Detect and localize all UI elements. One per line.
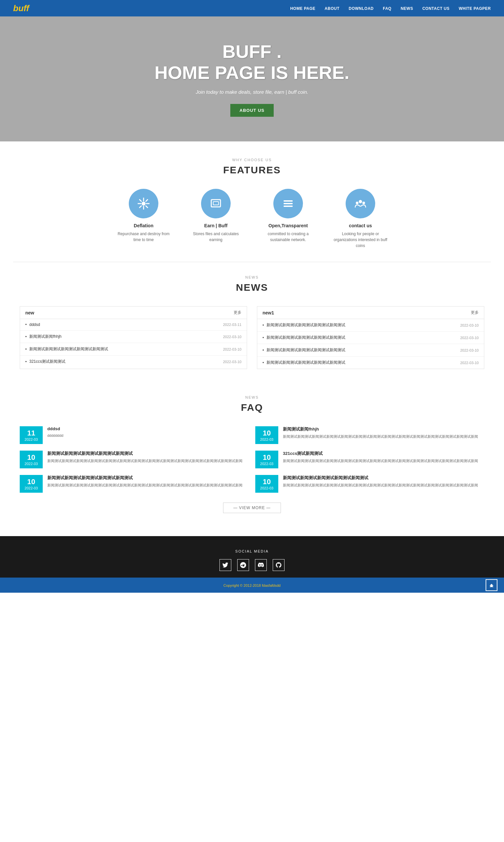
svg-point-16 <box>356 202 358 204</box>
telegram-icon[interactable] <box>237 559 249 571</box>
nav-faq[interactable]: FAQ <box>383 6 391 11</box>
faq-month-3: 2022-03 <box>259 462 274 466</box>
feature-item-transparent: Open,Transparent committed to creating a… <box>258 189 318 248</box>
faq-day-2: 10 <box>24 453 39 462</box>
faq-month-5: 2022-03 <box>259 486 274 490</box>
news-item-text: 新闻测试新闻测试新闻测试新闻测试新闻测试 <box>267 322 457 328</box>
svg-point-17 <box>362 202 365 204</box>
svg-line-8 <box>139 206 142 208</box>
news-item-text: dddsd <box>29 322 220 327</box>
svg-line-7 <box>146 199 148 202</box>
bottom-bar: Copyright © 2012-2018 fdasfafdsdd <box>0 578 504 593</box>
hero-title-line1: BUFF . <box>222 41 282 62</box>
news-item-text: 新闻测试新闻fhhjh <box>29 334 220 340</box>
faq-section: NEWS FAQ 11 2022-03 dddsd dddddddd 10 20… <box>0 382 504 536</box>
news-subtitle: NEWS <box>20 275 484 279</box>
faq-month-2: 2022-03 <box>24 462 39 466</box>
faq-item-title-1: 新闻测试新闻fhhjh <box>283 426 484 432</box>
news-col1-header: new 更多 <box>20 307 247 319</box>
faq-content-2: 新闻测试新闻测试新闻测试新闻测试新闻测试 新闻测试新闻测试新闻测试新闻测试新闻测… <box>47 451 249 464</box>
scroll-top-button[interactable] <box>486 579 498 591</box>
transparent-icon <box>273 189 303 218</box>
faq-day-1: 10 <box>259 429 274 437</box>
faq-day-5: 10 <box>259 478 274 486</box>
about-us-button[interactable]: ABOUT US <box>230 104 274 117</box>
twitter-icon[interactable] <box>219 559 231 571</box>
faq-day-3: 10 <box>259 453 274 462</box>
faq-date-box-3: 10 2022-03 <box>255 451 278 468</box>
copyright-text: Copyright © 2012-2018 fdasfafdsdd <box>223 583 281 587</box>
social-icons <box>6 559 498 571</box>
faq-grid: 11 2022-03 dddsd dddddddd 10 2022-03 新闻测… <box>20 426 484 493</box>
nav-download[interactable]: DOWNLOAD <box>348 6 374 11</box>
list-item[interactable]: dddsd 2022-03-11 <box>20 319 247 330</box>
faq-month-1: 2022-03 <box>259 437 274 441</box>
faq-day-4: 10 <box>24 478 39 486</box>
news-item-date: 2022-03-10 <box>223 335 241 339</box>
list-item[interactable]: 新闻测试新闻测试新闻测试新闻测试新闻测试 2022-03-10 <box>257 331 484 344</box>
footer: SOCIAL MEDIA <box>0 536 504 578</box>
faq-item-text-1: 新闻测试新闻测试新闻测试新闻测试新闻测试新闻测试新闻测试新闻测试新闻测试新闻测试… <box>283 434 484 440</box>
social-media-title: SOCIAL MEDIA <box>6 549 498 553</box>
faq-item-3: 10 2022-03 321ccs测试新闻测试 新闻测试新闻测试新闻测试新闻测试… <box>255 451 484 468</box>
list-item[interactable]: 新闻测试新闻测试新闻测试新闻测试新闻测试 2022-03-10 <box>257 357 484 369</box>
hero-section: BUFF . HOME PAGE IS HERE. Join today to … <box>0 16 504 141</box>
faq-content-1: 新闻测试新闻fhhjh 新闻测试新闻测试新闻测试新闻测试新闻测试新闻测试新闻测试… <box>283 426 484 440</box>
news-col2-header: new1 更多 <box>257 307 484 319</box>
news-item-date: 2022-03-10 <box>460 323 479 327</box>
list-item[interactable]: 321ccs测试新闻测试 2022-03-10 <box>20 356 247 368</box>
navbar: buff HOME PAGE ABOUT DOWNLOAD FAQ NEWS C… <box>0 0 504 16</box>
discord-icon[interactable] <box>255 559 267 571</box>
feature-name-contact: contact us <box>349 223 372 228</box>
faq-content-5: 新闻测试新闻测试新闻测试新闻测试新闻测试 新闻测试新闻测试新闻测试新闻测试新闻测… <box>283 475 484 488</box>
news-col-1: new 更多 dddsd 2022-03-11 新闻测试新闻fhhjh 2022… <box>20 306 247 369</box>
list-item[interactable]: 新闻测试新闻测试新闻测试新闻测试新闻测试 2022-03-10 <box>20 343 247 356</box>
feature-desc-earn: Stores files and calculates earning <box>186 231 246 243</box>
list-item[interactable]: 新闻测试新闻测试新闻测试新闻测试新闻测试 2022-03-10 <box>257 344 484 357</box>
svg-line-6 <box>146 206 148 208</box>
faq-item-5: 10 2022-03 新闻测试新闻测试新闻测试新闻测试新闻测试 新闻测试新闻测试… <box>255 475 484 493</box>
list-item[interactable]: 新闻测试新闻fhhjh 2022-03-10 <box>20 330 247 343</box>
news-item-date: 2022-03-10 <box>223 347 241 351</box>
news-col-2: new1 更多 新闻测试新闻测试新闻测试新闻测试新闻测试 2022-03-10 … <box>257 306 484 369</box>
news-item-date: 2022-03-10 <box>460 361 479 365</box>
faq-content-3: 321ccs测试新闻测试 新闻测试新闻测试新闻测试新闻测试新闻测试新闻测试新闻测… <box>283 451 484 464</box>
news-col1-more[interactable]: 更多 <box>234 310 241 315</box>
feature-desc-transparent: committed to creating a sustainable netw… <box>258 231 318 243</box>
nav-whitepaper[interactable]: WHITE PAGPER <box>458 6 491 11</box>
github-icon[interactable] <box>273 559 285 571</box>
faq-date-box-5: 10 2022-03 <box>255 475 278 493</box>
nav-news[interactable]: NEWS <box>400 6 413 11</box>
faq-item-title-4: 新闻测试新闻测试新闻测试新闻测试新闻测试 <box>47 475 249 481</box>
news-title: NEWS <box>20 282 484 293</box>
feature-desc-contact: Looking for people or organizations inte… <box>331 231 390 248</box>
faq-item-text-4: 新闻测试新闻测试新闻测试新闻测试新闻测试新闻测试新闻测试新闻测试新闻测试新闻测试… <box>47 482 249 488</box>
features-section: WHY CHOOSE US FEATURES Deflation Repurch… <box>0 141 504 262</box>
news-col2-more[interactable]: 更多 <box>471 310 479 315</box>
faq-subtitle: NEWS <box>20 395 484 399</box>
news-item-date: 2022-03-11 <box>223 323 241 327</box>
svg-rect-10 <box>213 202 218 205</box>
nav-contact[interactable]: CONTACT US <box>422 6 449 11</box>
feature-desc-deflation: Repurchase and destroy from time to time <box>114 231 173 243</box>
view-more-button[interactable]: — VIEW MORE — <box>223 502 281 513</box>
news-item-date: 2022-03-10 <box>460 336 479 340</box>
faq-item-0: 11 2022-03 dddsd dddddddd <box>20 426 249 444</box>
nav-about[interactable]: ABOUT <box>325 6 339 11</box>
faq-item-title-3: 321ccs测试新闻测试 <box>283 451 484 457</box>
news-columns: new 更多 dddsd 2022-03-11 新闻测试新闻fhhjh 2022… <box>20 306 484 369</box>
faq-item-text-3: 新闻测试新闻测试新闻测试新闻测试新闻测试新闻测试新闻测试新闻测试新闻测试新闻测试… <box>283 458 484 464</box>
faq-item-title-2: 新闻测试新闻测试新闻测试新闻测试新闻测试 <box>47 451 249 457</box>
feature-name-earn: Earn | Buff <box>204 223 228 228</box>
faq-content-4: 新闻测试新闻测试新闻测试新闻测试新闻测试 新闻测试新闻测试新闻测试新闻测试新闻测… <box>47 475 249 488</box>
faq-item-text-2: 新闻测试新闻测试新闻测试新闻测试新闻测试新闻测试新闻测试新闻测试新闻测试新闻测试… <box>47 458 249 464</box>
news-item-text: 新闻测试新闻测试新闻测试新闻测试新闻测试 <box>267 347 457 353</box>
nav-home-page[interactable]: HOME PAGE <box>290 6 316 11</box>
svg-point-0 <box>142 202 146 206</box>
list-item[interactable]: 新闻测试新闻测试新闻测试新闻测试新闻测试 2022-03-10 <box>257 319 484 331</box>
nav-logo[interactable]: buff <box>13 3 29 14</box>
feature-name-transparent: Open,Transparent <box>268 223 308 228</box>
faq-item-4: 10 2022-03 新闻测试新闻测试新闻测试新闻测试新闻测试 新闻测试新闻测试… <box>20 475 249 493</box>
hero-subtitle: Join today to make deals, store file, ea… <box>196 89 308 95</box>
nav-links: HOME PAGE ABOUT DOWNLOAD FAQ NEWS CONTAC… <box>290 5 491 11</box>
